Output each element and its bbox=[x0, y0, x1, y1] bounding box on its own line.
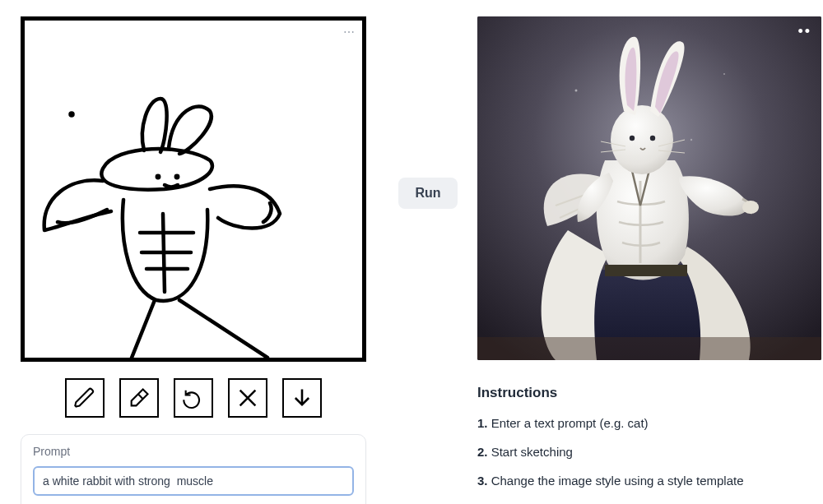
pencil-icon bbox=[73, 386, 96, 409]
prompt-label: Prompt bbox=[33, 445, 354, 458]
download-arrow-icon bbox=[291, 386, 314, 409]
prompt-input[interactable] bbox=[33, 466, 354, 496]
undo-tool[interactable] bbox=[174, 378, 213, 418]
instruction-item: 1. Enter a text prompt (e.g. cat) bbox=[477, 416, 821, 430]
svg-point-0 bbox=[71, 113, 73, 116]
svg-point-1 bbox=[157, 176, 159, 178]
instructions-panel: Instructions 1. Enter a text prompt (e.g… bbox=[477, 385, 821, 502]
sketch-canvas[interactable]: ⋯ bbox=[21, 16, 366, 362]
pencil-tool[interactable] bbox=[65, 378, 105, 418]
eraser-icon bbox=[128, 386, 151, 409]
svg-point-2 bbox=[176, 176, 178, 178]
run-button[interactable]: Run bbox=[398, 178, 457, 209]
svg-point-11 bbox=[650, 136, 655, 141]
svg-point-4 bbox=[575, 90, 578, 92]
instruction-item: 3. Change the image style using a style … bbox=[477, 474, 821, 488]
svg-point-5 bbox=[723, 73, 725, 75]
undo-icon bbox=[182, 386, 205, 409]
prompt-card: Prompt bbox=[21, 434, 366, 504]
instructions-heading: Instructions bbox=[477, 385, 821, 401]
output-menu-icon[interactable]: •• bbox=[797, 23, 811, 40]
download-tool[interactable] bbox=[282, 378, 322, 418]
instruction-item: 2. Start sketching bbox=[477, 445, 821, 459]
svg-point-8 bbox=[742, 201, 759, 214]
tool-row bbox=[65, 378, 322, 418]
svg-point-6 bbox=[690, 139, 692, 141]
close-icon bbox=[236, 386, 259, 409]
svg-point-9 bbox=[611, 105, 673, 174]
svg-rect-12 bbox=[477, 337, 821, 360]
clear-tool[interactable] bbox=[228, 378, 267, 418]
svg-rect-7 bbox=[605, 265, 687, 276]
svg-point-10 bbox=[630, 136, 635, 141]
output-image: •• bbox=[477, 16, 821, 360]
eraser-tool[interactable] bbox=[119, 378, 159, 418]
